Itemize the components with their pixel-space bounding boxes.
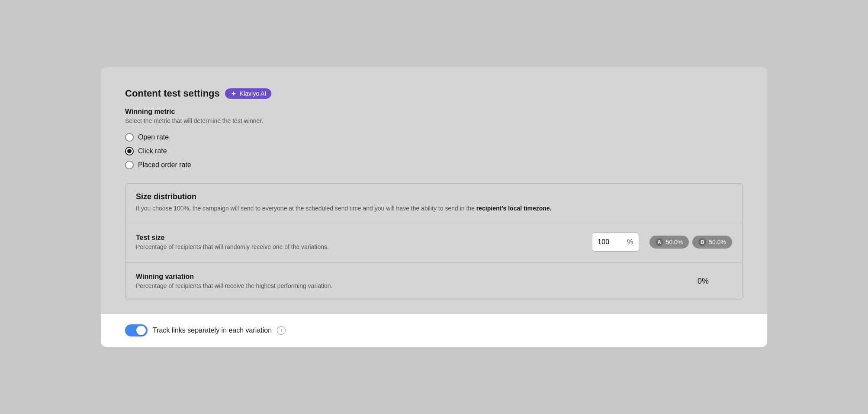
test-size-row: Test size Percentage of recipients that … — [125, 222, 743, 262]
size-distribution-header: Size distribution If you choose 100%, th… — [125, 184, 743, 222]
winning-variation-value: 0% — [698, 277, 732, 286]
variation-b-letter: B — [698, 238, 706, 246]
radio-group: Open rate Click rate Placed order rate — [125, 133, 743, 169]
size-distribution-box: Size distribution If you choose 100%, th… — [125, 183, 743, 300]
info-icon[interactable]: i — [277, 326, 286, 335]
ai-badge-label: Klaviyo AI — [240, 90, 266, 97]
variation-badges: A 50.0% B 50.0% — [649, 236, 732, 249]
winning-metric-label: Winning metric — [125, 108, 743, 116]
ai-badge-icon — [230, 90, 237, 97]
radio-placed-order-rate[interactable]: Placed order rate — [125, 161, 743, 169]
radio-placed-order-rate-label: Placed order rate — [138, 161, 191, 169]
winning-variation-row: Winning variation Percentage of recipien… — [125, 262, 743, 300]
size-distribution-desc-start: If you choose 100%, the campaign will se… — [136, 205, 476, 212]
test-size-info: Test size Percentage of recipients that … — [136, 234, 592, 250]
variation-a-badge: A 50.0% — [649, 236, 689, 249]
radio-placed-order-rate-input[interactable] — [125, 161, 134, 169]
variation-b-percent: 50.0% — [709, 239, 726, 246]
winning-metric-section: Winning metric Select the metric that wi… — [125, 108, 743, 169]
radio-click-rate[interactable]: Click rate — [125, 147, 743, 155]
test-size-desc: Percentage of recipients that will rando… — [136, 243, 592, 250]
size-distribution-title: Size distribution — [136, 192, 732, 201]
section-title-row: Content test settings Klaviyo AI — [125, 88, 743, 99]
winning-variation-info: Winning variation Percentage of recipien… — [136, 273, 698, 289]
ai-badge: Klaviyo AI — [225, 88, 271, 99]
modal-title: Content test settings — [125, 88, 220, 99]
toggle-track — [125, 324, 148, 336]
size-distribution-desc-bold: recipient's local timezone. — [476, 205, 552, 212]
radio-click-rate-input[interactable] — [125, 147, 134, 155]
variation-a-percent: 50.0% — [666, 239, 683, 246]
radio-open-rate-input[interactable] — [125, 133, 134, 142]
size-distribution-desc: If you choose 100%, the campaign will se… — [136, 204, 732, 213]
winning-variation-desc: Percentage of recipients that will recei… — [136, 282, 698, 289]
modal-container: Content test settings Klaviyo AI Winning… — [101, 67, 767, 347]
bottom-bar: Track links separately in each variation… — [101, 314, 767, 347]
test-size-input-wrapper: % — [592, 233, 639, 252]
test-size-label: Test size — [136, 234, 592, 242]
winning-variation-label: Winning variation — [136, 273, 698, 281]
variation-a-letter: A — [656, 238, 663, 246]
winning-variation-controls: 0% — [698, 277, 732, 286]
radio-open-rate[interactable]: Open rate — [125, 133, 743, 142]
winning-metric-desc: Select the metric that will determine th… — [125, 117, 743, 124]
test-size-input[interactable] — [598, 238, 624, 246]
track-links-label: Track links separately in each variation — [153, 327, 272, 334]
variation-b-badge: B 50.0% — [692, 236, 732, 249]
test-size-controls: % A 50.0% B 50.0% — [592, 233, 732, 252]
toggle-thumb — [136, 326, 146, 335]
track-links-toggle[interactable] — [125, 324, 148, 336]
radio-click-rate-label: Click rate — [138, 147, 167, 155]
size-distribution-body: Test size Percentage of recipients that … — [125, 222, 743, 300]
test-size-percent-symbol: % — [627, 238, 633, 246]
radio-open-rate-label: Open rate — [138, 133, 169, 141]
